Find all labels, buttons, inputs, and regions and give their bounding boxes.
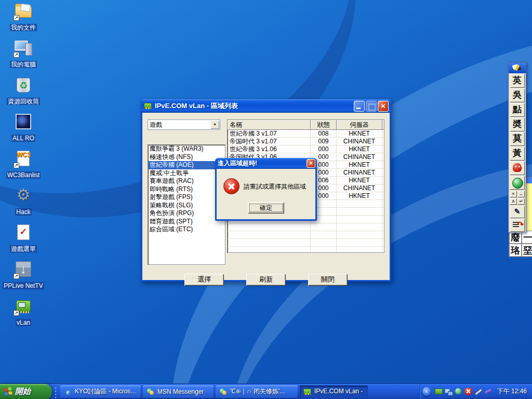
wrench-icon[interactable] [474, 388, 482, 395]
ime-char-button[interactable]: 英 [510, 74, 525, 88]
game-list-item[interactable]: 策略戰棋 (SLG) [148, 202, 225, 210]
shortcut-arrow-icon: ↗ [14, 52, 19, 58]
table-row[interactable] [228, 223, 384, 231]
desktop-icon-label: ALL RO [11, 135, 35, 142]
ime-globe-button[interactable] [510, 176, 525, 190]
candidate-cell[interactable]: 堊 [522, 244, 532, 257]
ime-char-button[interactable]: 吳 [510, 88, 525, 102]
desktop-icon-gear[interactable]: ⚙Hack [1, 187, 46, 216]
handwriting-pencil-button[interactable]: ✎ [510, 206, 525, 218]
table-cell: HKNET [337, 161, 382, 169]
desktop-icon-doc-check[interactable]: ✓遊戲選單 [1, 223, 46, 253]
game-list-item[interactable]: 即時戰略 (RTS) [148, 185, 225, 194]
table-cell [382, 153, 384, 161]
table-cell: HKNET [337, 177, 382, 184]
msn-buddy-icon[interactable] [455, 388, 462, 395]
ok-button[interactable]: 確定 [248, 202, 284, 214]
header-status[interactable]: 狀態 [311, 120, 337, 130]
table-row[interactable]: 帝国时代 3 v1.07009CHINANET [228, 138, 384, 145]
game-list-item[interactable]: 角色扮演 (RPG) [148, 209, 225, 218]
close-window-button[interactable]: 關閉 [308, 274, 348, 286]
game-list-item[interactable]: 射擊遊戲 (FPS) [148, 193, 225, 202]
refresh-button[interactable]: 刷新 [246, 274, 286, 286]
table-cell [382, 208, 384, 216]
ime-char-button[interactable]: 奬 [510, 117, 525, 131]
table-cell [337, 208, 382, 216]
ime-char-button[interactable]: 點 [510, 103, 525, 117]
vlan-card-icon[interactable] [435, 389, 443, 394]
table-cell: 世紀帝國 3 v1.07 [228, 130, 311, 138]
pen-icon [512, 63, 522, 71]
game-list-item[interactable]: 體育遊戲 (SPT) [148, 218, 225, 226]
window-titlebar[interactable]: IPvE.COM vLan - 區域列表 × [141, 99, 391, 113]
ime-char-button[interactable]: 黃 [510, 147, 525, 161]
combo-dropdown-icon[interactable]: ▼ [210, 121, 219, 129]
table-row[interactable] [228, 231, 384, 239]
ime-mascot-button[interactable] [510, 161, 525, 175]
ime-toolbar-titlebar[interactable] [509, 63, 526, 73]
candidate-cell[interactable]: 珞 [509, 244, 522, 257]
task-button[interactable]: IPvE.COM vLan - 區... [300, 385, 368, 398]
usb-device-icon[interactable] [484, 388, 492, 395]
game-list-item[interactable]: 綜合區域 (ETC) [148, 225, 225, 234]
task-button[interactable]: ℃⊕｜∩`闭关修炼'... [216, 385, 298, 398]
desktop-icon-label: 遊戲選單 [10, 245, 37, 252]
desktop-icon-vlan[interactable]: ↗vLan [1, 297, 46, 327]
desktop-icon-label: 我的電腦 [10, 61, 37, 68]
ie-icon: e [63, 388, 72, 396]
task-button-label: IPvE.COM vLan - 區... [314, 387, 365, 396]
header-server[interactable]: 伺服器 [337, 120, 382, 130]
dialog-close-icon[interactable]: × [307, 159, 315, 168]
allro-icon [14, 113, 33, 131]
dialog-titlebar[interactable]: 進入區域超時! × [215, 158, 317, 169]
game-list-item[interactable]: 極速快感 (NFS) [148, 153, 225, 162]
table-row[interactable]: 世紀帝國 3 v1.06000HKNET [228, 145, 384, 153]
table-row[interactable]: 世紀帝國 3 v1.07008HKNET [228, 130, 384, 138]
close-button[interactable]: × [378, 101, 389, 112]
taskbar: 開始 eKYO討論區 - Micros...MSN Messenger℃⊕｜∩`… [0, 383, 532, 399]
table-cell [382, 177, 384, 184]
table-cell: HKNET [337, 130, 382, 138]
table-cell [382, 138, 384, 145]
header-name[interactable]: 名稱 [228, 120, 311, 130]
security-shield-icon[interactable] [464, 388, 472, 395]
network-icon[interactable] [445, 388, 453, 395]
ime-redo-button[interactable]: ↷ [510, 219, 525, 232]
table-row[interactable] [228, 247, 384, 253]
table-cell [337, 200, 382, 208]
ime-caret-button[interactable]: ∧ [510, 198, 517, 205]
table-cell: 008 [311, 130, 337, 138]
task-button[interactable]: MSN Messenger [143, 385, 214, 398]
desktop-icon-pplive[interactable]: ↓↗PPLive NetTV [1, 260, 46, 290]
task-button-label: MSN Messenger [157, 388, 204, 395]
table-row[interactable] [228, 239, 384, 247]
ime-mini-buttons: ×←∧↵ [509, 191, 526, 205]
desktop-icon-allro[interactable]: ALL RO [1, 113, 46, 142]
ime-enter-button[interactable]: ↵ [517, 198, 525, 205]
start-button[interactable]: 開始 [0, 384, 52, 399]
table-cell [337, 231, 382, 239]
game-list-item[interactable]: 魔戒:中土戰爭 [148, 169, 225, 178]
desktop-icon-computer[interactable]: ↗我的電腦 [1, 39, 46, 69]
table-cell [382, 130, 384, 138]
game-category-combo[interactable]: 遊戲 ▼ [148, 119, 220, 130]
minimize-button[interactable] [354, 101, 365, 112]
task-buttons: eKYO討論區 - Micros...MSN Messenger℃⊕｜∩`闭关修… [59, 385, 369, 398]
recycle-icon: ♻ [14, 76, 33, 95]
desktop-icon-folder[interactable]: ↗我的文件 [1, 2, 46, 32]
ime-back-button[interactable]: ← [517, 191, 525, 197]
table-cell [337, 223, 382, 231]
ime-char-button[interactable]: 莫 [510, 132, 525, 146]
tray-chevron-icon[interactable]: ‹ [422, 387, 431, 396]
game-list-item[interactable]: 賽車遊戲 (RAC) [148, 177, 225, 185]
game-list-item[interactable]: 世紀帝國 (AOE) [148, 161, 225, 169]
desktop-icon-wc3[interactable]: WC3↗WC3Banlist [1, 150, 46, 179]
task-button[interactable]: eKYO討論區 - Micros... [60, 385, 141, 398]
task-button-label: ℃⊕｜∩`闭关修炼'... [230, 387, 285, 396]
desktop-icon-recycle[interactable]: ♻資源回收筒 [1, 76, 46, 105]
msn-icon [146, 388, 155, 396]
ime-clear-button[interactable]: × [510, 191, 517, 197]
candidate-cell-row: 珞堊 [509, 244, 532, 257]
select-button[interactable]: 選擇 [184, 274, 224, 286]
game-list-item[interactable]: 魔獸爭霸 3 (WAR3) [148, 145, 225, 153]
